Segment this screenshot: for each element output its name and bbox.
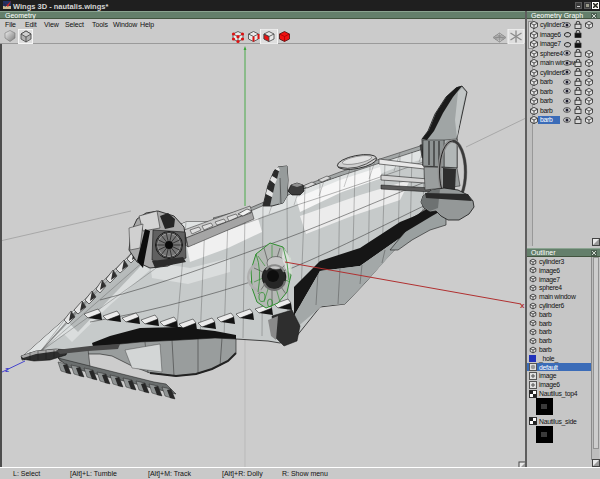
svg-text:z: z [5,365,9,374]
